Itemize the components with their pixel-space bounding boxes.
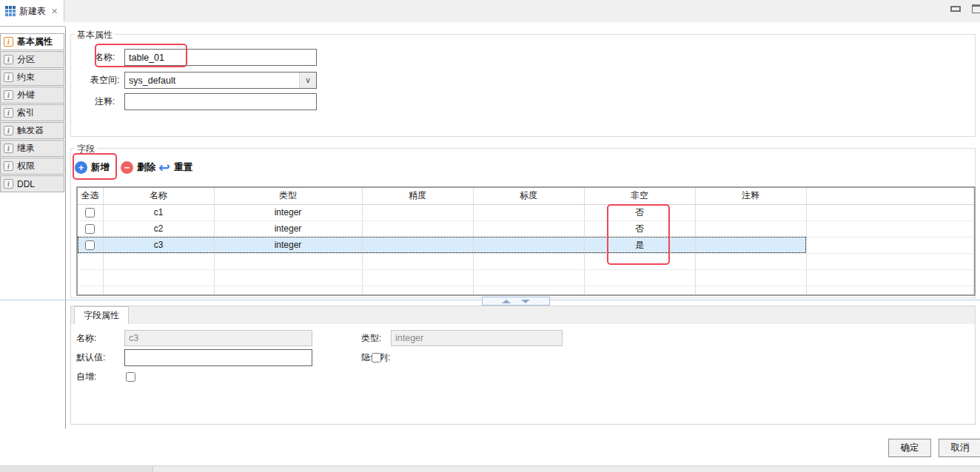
column-header-empty bbox=[806, 188, 974, 204]
sidebar-item-partition[interactable]: i 分区 bbox=[0, 51, 64, 68]
sidebar-item-label: 分区 bbox=[17, 53, 35, 66]
cell-name[interactable]: c3 bbox=[103, 237, 214, 253]
row-checkbox[interactable] bbox=[85, 208, 95, 218]
table-name-input[interactable] bbox=[124, 49, 317, 66]
delete-column-button[interactable]: − 删除 bbox=[121, 159, 155, 175]
sidebar-item-foreign-keys[interactable]: i 外键 bbox=[0, 87, 64, 104]
ok-button[interactable]: 确定 bbox=[888, 439, 931, 457]
chevron-down-icon[interactable]: ∨ bbox=[299, 73, 316, 88]
cell-comment[interactable] bbox=[695, 204, 806, 220]
sidebar-item-permissions[interactable]: i 权限 bbox=[0, 158, 64, 175]
category-sidebar: i 基本属性 i 分区 i 约束 i 外键 i 索引 i 触发器 i 继承 i bbox=[0, 33, 65, 193]
fp-autoincrement-checkbox[interactable] bbox=[126, 372, 135, 382]
add-column-label: 新增 bbox=[91, 161, 110, 174]
sidebar-item-indexes[interactable]: i 索引 bbox=[0, 104, 64, 121]
grid-row-c3-selected[interactable]: c3 integer 是 bbox=[78, 237, 974, 253]
tab-close-icon[interactable]: ✕ bbox=[51, 7, 58, 16]
collapse-down-icon[interactable] bbox=[521, 300, 530, 303]
sidebar-item-inheritance[interactable]: i 继承 bbox=[0, 140, 64, 157]
comment-label: 注释: bbox=[95, 93, 123, 109]
empty-row bbox=[78, 253, 974, 269]
fp-default-label: 默认值: bbox=[76, 349, 110, 365]
cell-scale[interactable] bbox=[473, 237, 584, 253]
tab-field-props[interactable]: 字段属性 bbox=[74, 306, 129, 324]
columns-grid: 全选 名称 类型 精度 标度 非空 注释 c1 integer 否 bbox=[76, 186, 976, 296]
cell-scale[interactable] bbox=[473, 220, 584, 237]
sidebar-item-label: 触发器 bbox=[17, 124, 44, 137]
grid-header-row: 全选 名称 类型 精度 标度 非空 注释 bbox=[78, 188, 974, 204]
empty-row bbox=[78, 286, 974, 296]
splitter-collapse-handle[interactable] bbox=[482, 297, 550, 306]
fp-type-label: 类型: bbox=[361, 330, 391, 346]
undo-arrow-icon: ↩ bbox=[158, 161, 170, 174]
column-header-scale[interactable]: 标度 bbox=[473, 188, 584, 204]
cell-precision[interactable] bbox=[362, 220, 473, 237]
field-props-tab-label: 字段属性 bbox=[84, 309, 119, 322]
cell-precision[interactable] bbox=[362, 237, 473, 253]
column-header-not-null[interactable]: 非空 bbox=[584, 188, 695, 204]
cell-type[interactable]: integer bbox=[214, 237, 362, 253]
tab-title: 新建表 bbox=[19, 5, 46, 18]
sidebar-item-label: 基本属性 bbox=[17, 36, 53, 48]
basic-props-legend: 基本属性 bbox=[75, 29, 115, 41]
info-icon: i bbox=[4, 179, 13, 189]
fp-hidden-checkbox[interactable] bbox=[372, 353, 381, 363]
tab-new-table[interactable]: 新建表 ✕ bbox=[0, 0, 64, 22]
cell-not-null[interactable]: 是 bbox=[584, 237, 695, 253]
info-icon: i bbox=[4, 55, 13, 64]
fp-name-input bbox=[124, 330, 312, 346]
info-icon: i bbox=[4, 108, 13, 118]
column-header-select-all[interactable]: 全选 bbox=[78, 188, 103, 204]
cancel-button[interactable]: 取消 bbox=[939, 439, 980, 457]
column-header-comment[interactable]: 注释 bbox=[695, 188, 806, 204]
minimize-view-icon[interactable] bbox=[950, 6, 961, 12]
table-comment-input[interactable] bbox=[124, 93, 317, 110]
new-table-editor-window: 新建表 ✕ i 基本属性 i 分区 i 约束 i 外键 i 索引 i 触发器 bbox=[0, 0, 980, 472]
reset-columns-button[interactable]: ↩ 重置 bbox=[158, 159, 192, 175]
sidebar-item-constraints[interactable]: i 约束 bbox=[0, 69, 64, 86]
sidebar-item-triggers[interactable]: i 触发器 bbox=[0, 122, 64, 139]
info-icon: i bbox=[4, 144, 13, 153]
column-header-name[interactable]: 名称 bbox=[103, 188, 214, 204]
sidebar-item-ddl[interactable]: i DDL bbox=[0, 175, 64, 192]
fp-autoincrement-label: 自增: bbox=[76, 368, 106, 385]
add-column-button[interactable]: + 新增 bbox=[75, 159, 110, 175]
grid-row-c2[interactable]: c2 integer 否 bbox=[78, 220, 974, 237]
sidebar-item-label: 权限 bbox=[17, 160, 35, 172]
cell-not-null[interactable]: 否 bbox=[584, 204, 695, 220]
tab-underline bbox=[0, 26, 65, 27]
cell-type[interactable]: integer bbox=[214, 220, 362, 237]
tablespace-label: 表空间: bbox=[90, 72, 123, 88]
cell-type[interactable]: integer bbox=[214, 204, 362, 220]
row-checkbox[interactable] bbox=[85, 240, 95, 250]
fp-default-input[interactable] bbox=[124, 349, 312, 366]
sidebar-item-label: 继承 bbox=[17, 142, 35, 155]
cell-comment[interactable] bbox=[695, 237, 806, 253]
row-checkbox[interactable] bbox=[85, 224, 95, 234]
name-label: 名称: bbox=[95, 49, 123, 65]
table-icon bbox=[5, 6, 16, 16]
fields-legend: 字段 bbox=[75, 143, 97, 155]
cell-precision[interactable] bbox=[362, 204, 473, 220]
fp-name-label: 名称: bbox=[76, 330, 106, 346]
maximize-view-icon[interactable] bbox=[972, 4, 980, 13]
collapse-up-icon[interactable] bbox=[502, 300, 511, 303]
cell-not-null[interactable]: 否 bbox=[584, 220, 695, 237]
tablespace-select[interactable]: sys_default ∨ bbox=[124, 72, 317, 89]
grid-row-c1[interactable]: c1 integer 否 bbox=[78, 204, 974, 220]
fp-type-input bbox=[391, 330, 563, 346]
tablespace-value: sys_default bbox=[125, 75, 299, 86]
column-header-type[interactable]: 类型 bbox=[214, 188, 362, 204]
sidebar-item-label: 外键 bbox=[17, 89, 35, 101]
column-header-precision[interactable]: 精度 bbox=[362, 188, 473, 204]
info-icon: i bbox=[4, 161, 13, 171]
sidebar-item-basic-props[interactable]: i 基本属性 bbox=[0, 33, 64, 50]
cell-name[interactable]: c2 bbox=[103, 220, 214, 237]
plus-icon: + bbox=[75, 161, 87, 174]
sidebar-item-label: 索引 bbox=[17, 107, 35, 119]
cell-comment[interactable] bbox=[695, 220, 806, 237]
cell-scale[interactable] bbox=[473, 204, 584, 220]
cell-name[interactable]: c1 bbox=[103, 204, 214, 220]
info-icon: i bbox=[4, 126, 13, 135]
delete-column-label: 删除 bbox=[137, 161, 155, 174]
